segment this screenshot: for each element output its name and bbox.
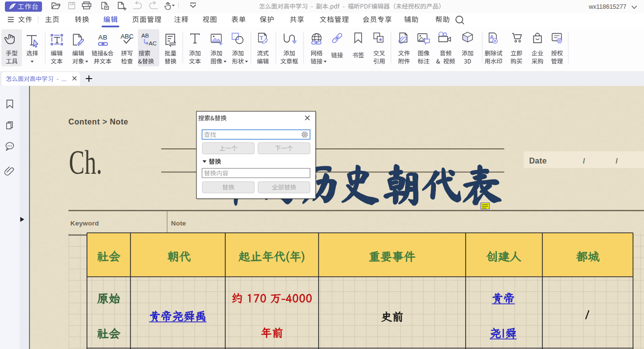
svg-text:AB: AB [98, 34, 107, 41]
svg-text:wx118615277: wx118615277 [588, 3, 626, 10]
svg-text:Note: Note [171, 220, 186, 227]
svg-text:Content > Note: Content > Note [68, 118, 129, 126]
svg-text:AB: AB [141, 33, 149, 39]
svg-text:Date: Date [529, 157, 547, 165]
svg-text:T: T [260, 35, 263, 41]
svg-text:AC: AC [149, 41, 157, 46]
svg-text:Ch.: Ch. [69, 144, 102, 181]
svg-text:ABC: ABC [121, 33, 134, 40]
svg-text:Keyword: Keyword [70, 220, 99, 227]
